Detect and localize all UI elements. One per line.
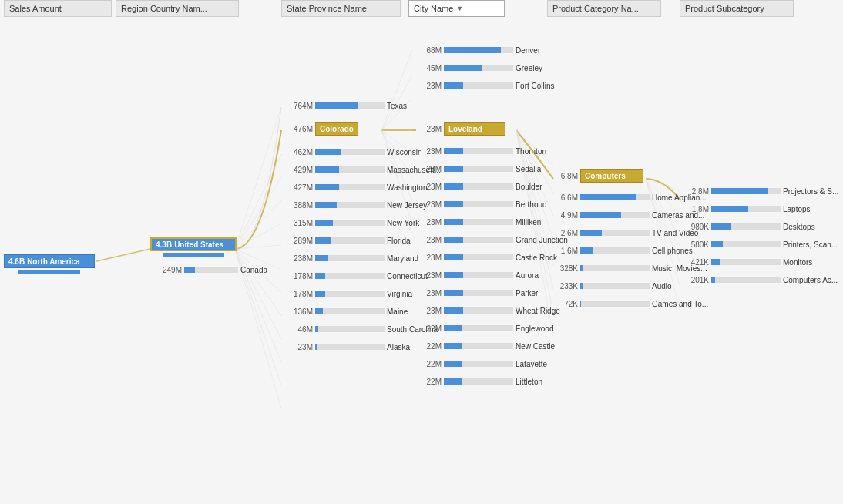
city-berthoud[interactable]: 23M Berthoud [412, 199, 547, 210]
state-florida[interactable]: 289M Florida [284, 235, 411, 246]
north-america-label: North America [27, 257, 80, 266]
north-america-node[interactable]: 4.6B North America [4, 254, 95, 274]
cat-tv-video[interactable]: 2.6M TV and Video [549, 227, 698, 238]
cat-computers[interactable]: 6.8M Computers [549, 169, 643, 183]
city-greeley[interactable]: 45M Greeley [412, 62, 542, 73]
city-denver[interactable]: 68M Denver [412, 45, 540, 55]
svg-line-4 [235, 200, 281, 249]
city-new-castle[interactable]: 22M New Castle [412, 341, 555, 351]
city-parker[interactable]: 23M Parker [412, 287, 538, 298]
header-product-category: Product Category Na... [547, 0, 661, 17]
svg-line-3 [235, 177, 281, 249]
subcat-projectors[interactable]: 2.8M Projectors & S... [680, 186, 838, 197]
svg-line-1 [235, 107, 281, 249]
svg-line-2 [235, 154, 281, 249]
subcat-monitors[interactable]: 421K Monitors [680, 257, 812, 267]
svg-line-9 [235, 249, 281, 316]
city-boulder[interactable]: 23M Boulder [412, 181, 542, 192]
cat-cell-phones[interactable]: 1.6M Cell phones [549, 245, 693, 256]
subcat-laptops[interactable]: 1.8M Laptops [680, 203, 811, 214]
state-alaska[interactable]: 23M Alaska [284, 341, 410, 352]
city-dropdown-arrow[interactable]: ▼ [456, 5, 463, 12]
header-state-province: State Province Name [281, 0, 401, 17]
us-value: 4.3B [156, 240, 172, 249]
svg-line-5 [235, 223, 281, 249]
canada-row[interactable]: 249M Canada [153, 264, 267, 275]
city-grand-junction[interactable]: 23M Grand Junction [412, 234, 568, 245]
city-castle-rock[interactable]: 23M Castle Rock [412, 252, 557, 263]
header-sales-amount: Sales Amount [4, 0, 112, 17]
city-englewood[interactable]: 22M Englewood [412, 323, 553, 334]
svg-line-6 [235, 245, 281, 249]
header-product-subcategory: Product Subcategory [680, 0, 794, 17]
state-wisconsin[interactable]: 462M Wisconsin [284, 146, 422, 157]
state-connecticut[interactable]: 178M Connecticut [284, 270, 428, 281]
city-loveland[interactable]: 23M Loveland [412, 122, 505, 136]
state-new-york[interactable]: 315M New York [284, 217, 419, 228]
state-new-jersey[interactable]: 388M New Jersey [284, 200, 427, 210]
city-wheat-ridge[interactable]: 23M Wheat Ridge [412, 305, 560, 316]
city-fort-collins[interactable]: 23M Fort Collins [412, 80, 555, 91]
cat-audio[interactable]: 233K Audio [549, 281, 672, 291]
header-city-name[interactable]: City Name ▼ [408, 0, 505, 17]
state-maine[interactable]: 136M Maine [284, 306, 408, 317]
state-texas[interactable]: 764M Texas [284, 100, 407, 111]
city-lafayette[interactable]: 22M Lafayette [412, 358, 547, 369]
decomposition-tree: Sales Amount Region Country Nam... State… [0, 0, 843, 504]
state-virginia[interactable]: 178M Virginia [284, 288, 412, 299]
svg-line-0 [96, 249, 150, 261]
city-sedalia[interactable]: 23M Sedalia [412, 163, 541, 174]
canada-label: Canada [240, 266, 267, 274]
state-maryland[interactable]: 238M Maryland [284, 253, 418, 264]
state-washington[interactable]: 427M Washington [284, 182, 427, 193]
subcat-printers[interactable]: 580K Printers, Scan... [680, 239, 838, 250]
us-label: United States [174, 240, 223, 249]
city-littleton[interactable]: 22M Littleton [412, 376, 542, 387]
city-milliken[interactable]: 23M Milliken [412, 217, 541, 227]
subcat-desktops[interactable]: 989K Desktops [680, 221, 815, 232]
city-thornton[interactable]: 23M Thornton [412, 146, 546, 156]
svg-line-30 [646, 179, 680, 191]
canada-value: 249M [153, 266, 182, 274]
city-aurora[interactable]: 23M Aurora [412, 270, 539, 281]
united-states-node[interactable]: 4.3B United States [150, 237, 237, 257]
subcat-computer-accessories[interactable]: 201K Computers Ac... [680, 274, 838, 285]
cat-games-toys[interactable]: 72K Games and To... [549, 298, 708, 309]
north-america-value: 4.6B [8, 257, 25, 266]
header-region-country: Region Country Nam... [116, 0, 239, 17]
svg-line-10 [235, 249, 281, 339]
state-colorado[interactable]: 476M Colorado [284, 122, 358, 136]
svg-line-14 [381, 50, 412, 130]
